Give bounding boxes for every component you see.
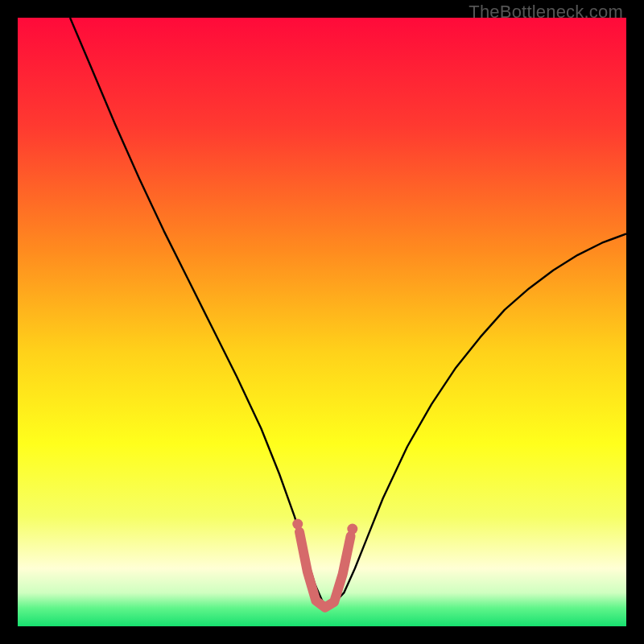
chart-frame: TheBottleneck.com [0, 0, 644, 644]
highlight-endpoint-0 [292, 518, 303, 529]
watermark-text: TheBottleneck.com [469, 2, 623, 23]
chart-plot-area [18, 18, 626, 626]
bottleneck-chart [18, 18, 626, 626]
highlight-endpoint-1 [347, 524, 357, 535]
